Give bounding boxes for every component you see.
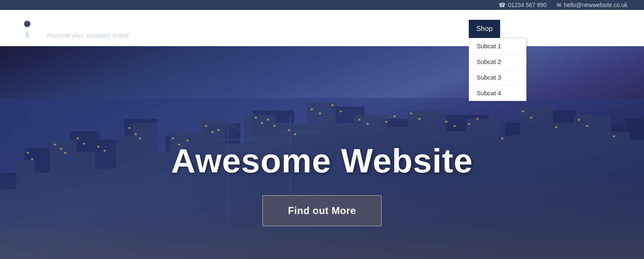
logo-text: Sample Logo Promote your company brand: [47, 17, 130, 39]
svg-rect-90: [367, 123, 369, 125]
svg-rect-77: [211, 131, 213, 133]
svg-rect-89: [358, 119, 360, 120]
phone-number: 01234 567 890: [508, 2, 546, 8]
logo-icon: [12, 13, 42, 43]
svg-rect-80: [261, 122, 263, 124]
svg-rect-100: [522, 111, 524, 112]
svg-rect-64: [60, 148, 62, 149]
search-button[interactable]: [610, 19, 632, 37]
nav-link-home[interactable]: Home: [353, 19, 386, 37]
svg-rect-82: [273, 125, 275, 127]
nav-item-home[interactable]: Home: [353, 19, 386, 37]
svg-rect-75: [186, 139, 188, 141]
svg-rect-103: [578, 119, 580, 120]
svg-rect-66: [77, 137, 79, 139]
logo-title: Sample Logo: [47, 17, 130, 32]
hero-section: Awesome Website Find out More: [0, 46, 644, 259]
svg-rect-68: [97, 146, 99, 147]
svg-rect-71: [135, 133, 137, 135]
svg-point-0: [24, 21, 31, 27]
top-bar: ☎ 01234 567 890 ✉ hello@newwebsite.co.uk: [0, 0, 644, 10]
phone-info: ☎ 01234 567 890: [498, 2, 546, 8]
svg-rect-65: [64, 152, 66, 153]
nav-bar: Sample Logo Promote your company brand H…: [0, 10, 644, 46]
nav-item-news[interactable]: News: [534, 19, 566, 37]
nav-link-contact[interactable]: Contact: [569, 19, 608, 37]
svg-rect-91: [385, 121, 387, 122]
svg-rect-62: [31, 158, 33, 160]
dropdown-item-subcat1[interactable]: Subcat 1: [469, 38, 526, 54]
svg-rect-88: [340, 111, 342, 112]
logo-tagline: Promote your company brand: [47, 32, 130, 39]
svg-rect-105: [613, 135, 615, 137]
nav-link-blog[interactable]: Blog: [503, 19, 531, 37]
nav-item-contact[interactable]: Contact: [569, 19, 608, 37]
svg-rect-99: [501, 137, 503, 139]
svg-line-3: [623, 30, 626, 33]
phone-icon: ☎: [498, 2, 505, 8]
svg-rect-98: [476, 118, 478, 120]
svg-rect-93: [410, 113, 412, 114]
svg-point-2: [617, 24, 623, 31]
nav-link-about[interactable]: About: [389, 19, 422, 37]
nav-links: Home About Services Shop Subcat 1 Subcat…: [353, 19, 632, 38]
nav-item-search[interactable]: [610, 19, 632, 37]
nav-item-shop[interactable]: Shop Subcat 1 Subcat 2 Subcat 3 Subcat 4: [469, 19, 500, 38]
dropdown-item-subcat2[interactable]: Subcat 2: [469, 54, 526, 70]
email-info: ✉ hello@newwebsite.co.uk: [557, 2, 628, 8]
svg-rect-83: [288, 129, 290, 131]
svg-rect-84: [294, 133, 296, 135]
svg-rect-70: [128, 127, 130, 129]
svg-rect-92: [394, 115, 396, 117]
svg-rect-101: [530, 117, 532, 118]
svg-rect-102: [555, 126, 557, 128]
svg-rect-104: [586, 125, 588, 127]
svg-rect-87: [331, 104, 334, 106]
svg-rect-86: [319, 113, 321, 114]
nav-item-services[interactable]: Services: [425, 19, 466, 37]
nav-link-shop[interactable]: Shop: [469, 19, 500, 38]
svg-rect-95: [445, 121, 447, 122]
dropdown-item-subcat3[interactable]: Subcat 3: [469, 70, 526, 85]
find-out-more-button[interactable]: Find out More: [262, 195, 381, 226]
svg-rect-61: [27, 152, 29, 153]
header: ☎ 01234 567 890 ✉ hello@newwebsite.co.uk…: [0, 0, 644, 46]
svg-rect-78: [218, 129, 220, 131]
hero-content: Awesome Website Find out More: [171, 141, 473, 226]
email-address: hello@newwebsite.co.uk: [564, 2, 628, 8]
svg-rect-63: [54, 144, 56, 145]
svg-rect-73: [172, 137, 174, 139]
email-icon: ✉: [557, 2, 562, 8]
hero-title: Awesome Website: [171, 141, 473, 180]
svg-rect-96: [454, 125, 456, 127]
svg-rect-97: [468, 123, 470, 125]
svg-rect-79: [255, 117, 257, 118]
dropdown-item-subcat4[interactable]: Subcat 4: [469, 85, 526, 101]
svg-rect-94: [418, 118, 421, 120]
svg-rect-81: [267, 119, 269, 120]
svg-rect-69: [103, 150, 106, 151]
logo[interactable]: Sample Logo Promote your company brand: [12, 13, 130, 43]
nav-item-blog[interactable]: Blog: [503, 19, 531, 37]
search-icon: [615, 22, 627, 34]
shop-dropdown: Subcat 1 Subcat 2 Subcat 3 Subcat 4: [469, 38, 526, 101]
nav-item-about[interactable]: About: [389, 19, 422, 37]
nav-link-news[interactable]: News: [534, 19, 566, 37]
svg-rect-85: [311, 108, 313, 110]
svg-rect-76: [205, 125, 207, 127]
svg-rect-72: [139, 137, 141, 139]
nav-link-services[interactable]: Services: [425, 19, 466, 37]
svg-rect-67: [83, 143, 85, 144]
